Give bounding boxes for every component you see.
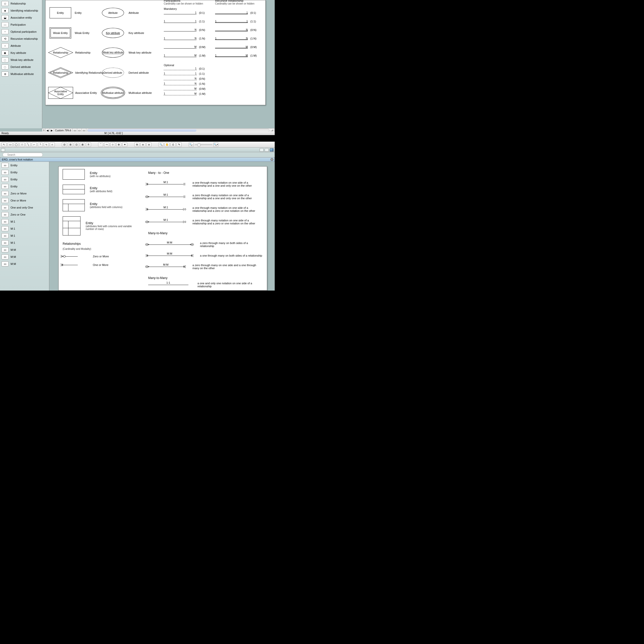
ellipse-tool[interactable]: ◯ bbox=[14, 142, 19, 147]
zoom-out-button[interactable]: 🔍- bbox=[189, 142, 194, 147]
identifying-relationship-shape[interactable]: Relationship bbox=[48, 67, 73, 78]
line-tool[interactable]: ╲ bbox=[26, 142, 31, 147]
sidebar-item[interactable]: —Participation bbox=[0, 21, 42, 28]
cardinality-line[interactable]: 1 bbox=[215, 12, 248, 14]
entity-rows[interactable] bbox=[63, 216, 81, 235]
sidebar-item[interactable]: ▭Entity bbox=[0, 162, 49, 169]
sidebar-item[interactable]: ▭One and only One bbox=[0, 204, 49, 211]
connector-tool-1[interactable]: ⌐ bbox=[32, 142, 37, 147]
page-tool[interactable]: ⎘ bbox=[86, 142, 91, 147]
cardinality-line[interactable]: 1 bbox=[164, 12, 196, 14]
library-header[interactable]: ERD, crow's foot notation × bbox=[0, 157, 275, 162]
weak-entity-shape[interactable]: Weak Entity bbox=[50, 27, 71, 38]
cardinality-line[interactable]: 1 bbox=[164, 68, 196, 70]
stamp-tool[interactable]: ⎙ bbox=[171, 142, 176, 147]
entity-attr[interactable] bbox=[63, 185, 85, 194]
sidebar-item[interactable]: ◌Derived attribute bbox=[0, 63, 42, 70]
pen-tool[interactable]: ✎ bbox=[177, 142, 182, 147]
zoom-slider[interactable] bbox=[195, 144, 212, 145]
cardinality-line[interactable]: 1 1 bbox=[215, 20, 248, 23]
rect-tool[interactable]: ▭ bbox=[8, 142, 13, 147]
sidebar-item[interactable]: ◇Relationship bbox=[0, 0, 42, 7]
search-input[interactable] bbox=[3, 153, 43, 157]
zoom-in-button[interactable]: 🔍+ bbox=[213, 142, 218, 147]
sidebar-item[interactable]: ⟲Recursive relationship bbox=[0, 35, 42, 42]
cardinality-line[interactable]: 1 N bbox=[164, 37, 196, 40]
sidebar-item[interactable]: ▭Entity bbox=[0, 169, 49, 176]
align-tool-3[interactable]: ⧇ bbox=[146, 142, 151, 147]
zoom-stepper-icon[interactable]: ⇕ bbox=[69, 129, 71, 132]
sidebar-item[interactable]: ⬓Associative entity bbox=[0, 14, 42, 21]
key-attribute-shape[interactable]: Key attribute bbox=[102, 28, 124, 38]
cardinality-line[interactable]: 1 M bbox=[164, 93, 196, 95]
associative-entity-shape[interactable]: AssociativeEntity bbox=[48, 87, 73, 99]
zero-or-more-line[interactable] bbox=[63, 256, 78, 257]
path-tool-3[interactable]: ✦ bbox=[122, 142, 127, 147]
scroll-thumb[interactable] bbox=[88, 129, 196, 132]
sidebar-item[interactable]: ⊚Multivalue attribute bbox=[0, 70, 42, 77]
close-icon[interactable]: × bbox=[270, 158, 273, 161]
derived-attribute-shape[interactable]: Derived attribute bbox=[102, 68, 124, 78]
sidebar-item[interactable]: ▭One or More bbox=[0, 197, 49, 204]
align-tool-1[interactable]: ⧉ bbox=[134, 142, 139, 147]
sidebar-item[interactable]: ○Attribute bbox=[0, 42, 42, 49]
sidebar-item[interactable]: ▭Entity bbox=[0, 183, 49, 190]
search-view-button[interactable]: 🔍 bbox=[270, 148, 274, 152]
cardinality-line[interactable]: N bbox=[215, 29, 248, 31]
entity-plain[interactable] bbox=[63, 169, 85, 180]
cardinality-line[interactable]: 1 N bbox=[215, 37, 248, 40]
cardinality-line[interactable]: N bbox=[164, 29, 196, 31]
detail-view-button[interactable] bbox=[265, 148, 269, 152]
connector-tool-3[interactable]: ∿ bbox=[44, 142, 49, 147]
sidebar-item[interactable]: ◈Identifying relationship bbox=[0, 7, 42, 14]
align-tool-2[interactable]: ⧈ bbox=[140, 142, 145, 147]
cardinality-line[interactable]: M bbox=[215, 46, 248, 49]
curve-tool[interactable]: ⤳ bbox=[104, 142, 109, 147]
attribute-shape[interactable]: Attribute bbox=[102, 8, 124, 18]
relationship-line[interactable]: M:M bbox=[148, 256, 191, 256]
sidebar-item[interactable]: ▭M:1 bbox=[0, 218, 49, 225]
entity-shape[interactable]: Entity bbox=[50, 7, 71, 18]
cardinality-line[interactable]: 1 M bbox=[215, 55, 248, 57]
cardinality-line[interactable]: M bbox=[164, 46, 196, 49]
path-tool-1[interactable]: ⊹ bbox=[110, 142, 115, 147]
path-tool-2[interactable]: ⊕ bbox=[116, 142, 121, 147]
pan-tool[interactable]: ✋ bbox=[165, 142, 170, 147]
sidebar-item[interactable]: ▭M:M bbox=[0, 246, 49, 253]
cardinality-line[interactable]: 1 1 bbox=[164, 20, 196, 23]
cardinality-line[interactable]: N bbox=[164, 78, 196, 80]
entity-cols[interactable] bbox=[63, 199, 85, 211]
arc-tool[interactable]: ⌒ bbox=[98, 142, 103, 147]
sidebar-item[interactable]: ▭M:1 bbox=[0, 232, 49, 239]
relationship-line[interactable]: M:1 bbox=[148, 197, 183, 197]
sidebar-item[interactable]: ▭M:1 bbox=[0, 239, 49, 246]
cardinality-line[interactable]: 1 N bbox=[164, 83, 196, 85]
sidebar-item[interactable]: ◌Weak key attribute bbox=[0, 56, 42, 63]
zoom-tool[interactable]: 🔍 bbox=[158, 142, 164, 147]
relationship-line[interactable]: M:M bbox=[148, 267, 183, 267]
tree-tool-3[interactable]: ⊡ bbox=[74, 142, 79, 147]
relationship-line[interactable]: 1:1 bbox=[148, 285, 188, 285]
square-tool[interactable]: □ bbox=[20, 142, 25, 147]
sidebar-item[interactable]: ▭M:M bbox=[0, 253, 49, 260]
cardinality-line[interactable]: M bbox=[164, 88, 196, 90]
relationship-shape[interactable]: Relationship bbox=[48, 47, 73, 58]
drawing-canvas[interactable]: Entity(with no attributes) Entity(with a… bbox=[49, 162, 275, 291]
connector-tool-4[interactable]: ⎌ bbox=[50, 142, 55, 147]
sidebar-item[interactable]: ▭Zero or More bbox=[0, 190, 49, 197]
sidebar-item[interactable]: ◉Key attribute bbox=[0, 49, 42, 56]
sidebar-item[interactable]: ▭M:1 bbox=[0, 225, 49, 232]
multivalue-attribute-shape[interactable]: Multivalue attribute bbox=[102, 88, 124, 98]
grid-view-button[interactable] bbox=[260, 148, 264, 152]
pointer-tool[interactable]: ↖ bbox=[2, 142, 7, 147]
cardinality-line[interactable]: 1 1 bbox=[164, 73, 196, 75]
list-view-button[interactable] bbox=[1, 148, 5, 152]
tree-tool-4[interactable]: ⊠ bbox=[80, 142, 85, 147]
relationship-line[interactable]: M:1 bbox=[148, 209, 183, 210]
weak-key-attribute-shape[interactable]: Weak key attribute bbox=[102, 48, 124, 58]
relationship-line[interactable]: M:1 bbox=[148, 184, 183, 184]
sidebar-item[interactable]: ▭M:M bbox=[0, 260, 49, 267]
drawing-canvas[interactable]: Entity Entity Weak Entity Weak Entity Re… bbox=[42, 0, 275, 128]
sidebar-item[interactable]: ▭Zero or One bbox=[0, 211, 49, 218]
sidebar-item[interactable]: ┄Optional participation bbox=[0, 28, 42, 35]
